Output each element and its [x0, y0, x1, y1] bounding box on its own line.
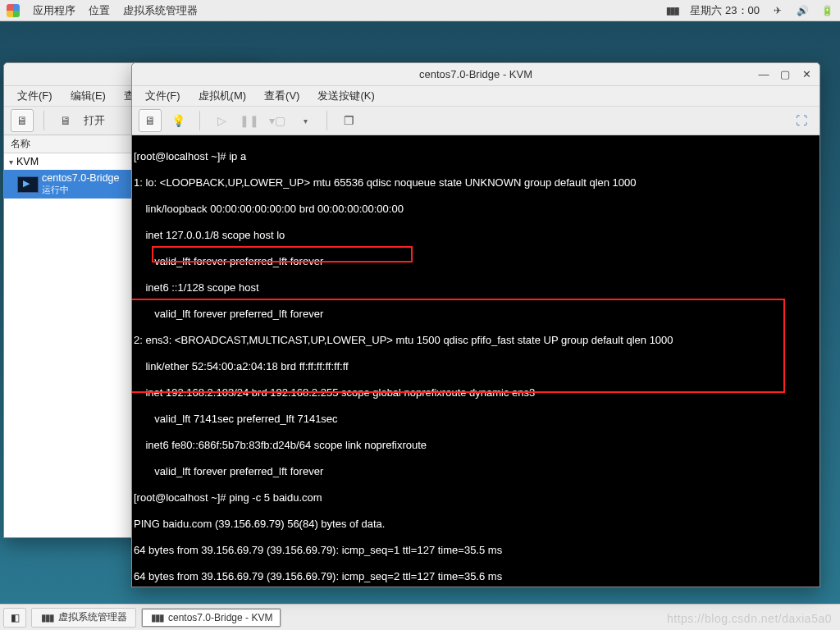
start-button[interactable]: ▷ — [210, 109, 233, 132]
term-line: 64 bytes from 39.156.69.79 (39.156.69.79… — [134, 544, 502, 556]
new-vm-button[interactable]: 🖥 — [11, 109, 34, 132]
airplane-icon[interactable]: ✈ — [771, 6, 784, 16]
bottom-panel: ◧ ▮▮▮ 虚拟系统管理器 ▮▮▮ centos7.0-Bridge - KVM… — [0, 604, 840, 630]
vm-name: centos7.0-Bridge — [42, 172, 120, 184]
term-line: inet 192.168.2.103/24 brd 192.168.2.255 … — [134, 386, 535, 399]
menu-places[interactable]: 位置 — [89, 3, 110, 18]
guest-terminal[interactable]: [root@localhost ~]# ip a 1: lo: <LOOPBAC… — [132, 135, 819, 587]
console-button[interactable]: 🖥 — [139, 109, 162, 132]
vmm-task-icon: ▮▮▮ — [40, 613, 53, 623]
menu-applications[interactable]: 应用程序 — [33, 3, 75, 18]
term-line: valid_lft 7141sec preferred_lft 7141sec — [134, 413, 338, 425]
show-desktop-button[interactable]: ◧ — [3, 608, 26, 628]
kvm-window[interactable]: centos7.0-Bridge - KVM — ▢ ✕ 文件(F) 虚拟机(M… — [131, 62, 820, 587]
separator — [43, 111, 44, 130]
term-line: 1: lo: <LOOPBACK,UP,LOWER_UP> mtu 65536 … — [134, 176, 637, 189]
task-kvm-console[interactable]: ▮▮▮ centos7.0-Bridge - KVM — [141, 608, 281, 628]
kvm-menubar: 文件(F) 虚拟机(M) 查看(V) 发送按键(K) — [132, 86, 819, 106]
term-line: valid_lft forever preferred_lft forever — [134, 255, 323, 267]
watermark: https://blog.csdn.net/daxia5a0 — [667, 612, 832, 625]
top-panel: 应用程序 位置 虚拟系统管理器 ▮▮▮ 星期六 23：00 ✈ 🔊 🔋 — [0, 0, 840, 21]
term-line: link/loopback 00:00:00:00:00:00 brd 00:0… — [134, 203, 404, 215]
term-line: inet 127.0.0.1/8 scope host lo — [134, 229, 285, 241]
minimize-button[interactable]: — — [756, 66, 772, 81]
separator — [326, 111, 327, 130]
separator — [199, 111, 200, 130]
activities-icon[interactable] — [7, 4, 20, 17]
vm-running-icon — [17, 176, 39, 193]
kvm-menu-view[interactable]: 查看(V) — [256, 87, 308, 105]
kvm-task-icon: ▮▮▮ — [150, 613, 163, 623]
open-console-icon[interactable]: 🖥 — [54, 109, 77, 132]
details-button[interactable]: 💡 — [167, 109, 189, 132]
keyboard-indicator-icon[interactable]: ▮▮▮ — [665, 6, 678, 16]
task-vmm[interactable]: ▮▮▮ 虚拟系统管理器 — [31, 608, 136, 628]
kvm-menu-file[interactable]: 文件(F) — [137, 87, 189, 105]
vmm-menu-edit[interactable]: 编辑(E) — [62, 87, 114, 105]
vm-state: 运行中 — [42, 184, 120, 196]
task-vmm-label: 虚拟系统管理器 — [58, 610, 127, 624]
open-button[interactable]: 打开 — [84, 113, 105, 128]
connection-label: KVM — [16, 156, 39, 167]
term-line: [root@localhost ~]# ip a — [134, 150, 246, 162]
term-line: valid_lft forever preferred_lft forever — [134, 308, 323, 320]
term-line: link/ether 52:54:00:a2:04:18 brd ff:ff:f… — [134, 360, 349, 372]
volume-icon[interactable]: 🔊 — [796, 6, 809, 16]
term-line: PING baidu.com (39.156.69.79) 56(84) byt… — [134, 518, 385, 530]
fullscreen-button[interactable]: ⛶ — [790, 109, 813, 132]
menu-vmm-title[interactable]: 虚拟系统管理器 — [123, 3, 198, 18]
term-line: inet6 fe80::686f:5b7b:83fb:d24b/64 scope… — [134, 439, 427, 451]
term-line: [root@localhost ~]# ping -c 5 baidu.com — [134, 491, 322, 504]
battery-icon[interactable]: 🔋 — [820, 6, 833, 16]
maximize-button[interactable]: ▢ — [777, 66, 793, 81]
kvm-menu-vm[interactable]: 虚拟机(M) — [190, 87, 255, 105]
kvm-titlebar[interactable]: centos7.0-Bridge - KVM — ▢ ✕ — [132, 63, 819, 86]
term-line: 2: ens3: <BROADCAST,MULTICAST,UP,LOWER_U… — [134, 334, 673, 346]
expand-icon[interactable]: ▾ — [9, 158, 13, 167]
term-line: valid_lft forever preferred_lft forever — [134, 465, 323, 477]
shutdown-button[interactable]: ▾▢ — [266, 109, 289, 132]
kvm-menu-sendkey[interactable]: 发送按键(K) — [309, 87, 382, 105]
shutdown-menu-icon[interactable]: ▾ — [294, 109, 317, 132]
kvm-toolbar: 🖥 💡 ▷ ❚❚ ▾▢ ▾ ❐ ⛶ — [132, 106, 819, 135]
term-line: inet6 ::1/128 scope host — [134, 281, 259, 294]
vmm-menu-file[interactable]: 文件(F) — [9, 87, 61, 105]
pause-button[interactable]: ❚❚ — [238, 109, 261, 132]
snapshot-button[interactable]: ❐ — [337, 109, 360, 132]
clock[interactable]: 星期六 23：00 — [690, 3, 760, 18]
task-kvm-label: centos7.0-Bridge - KVM — [168, 612, 272, 623]
term-line: 64 bytes from 39.156.69.79 (39.156.69.79… — [134, 570, 502, 582]
kvm-title: centos7.0-Bridge - KVM — [419, 68, 532, 80]
close-button[interactable]: ✕ — [798, 66, 815, 81]
